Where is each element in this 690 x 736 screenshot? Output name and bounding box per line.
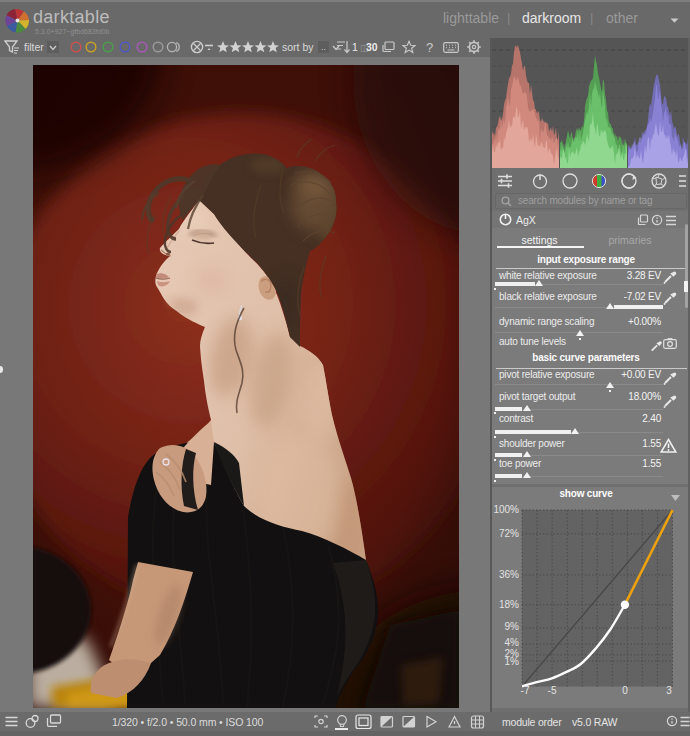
- svg-text:36%: 36%: [499, 569, 519, 580]
- svg-text:1%: 1%: [505, 656, 520, 667]
- svg-text:4%: 4%: [505, 637, 520, 648]
- svg-text:9%: 9%: [505, 621, 520, 632]
- svg-text:-7: -7: [521, 685, 530, 696]
- svg-text:-5: -5: [548, 685, 557, 696]
- svg-text:18%: 18%: [499, 599, 519, 610]
- svg-text:0: 0: [622, 685, 628, 696]
- svg-text:72%: 72%: [499, 528, 519, 539]
- svg-text:3: 3: [666, 685, 672, 696]
- svg-text:100%: 100%: [493, 504, 519, 515]
